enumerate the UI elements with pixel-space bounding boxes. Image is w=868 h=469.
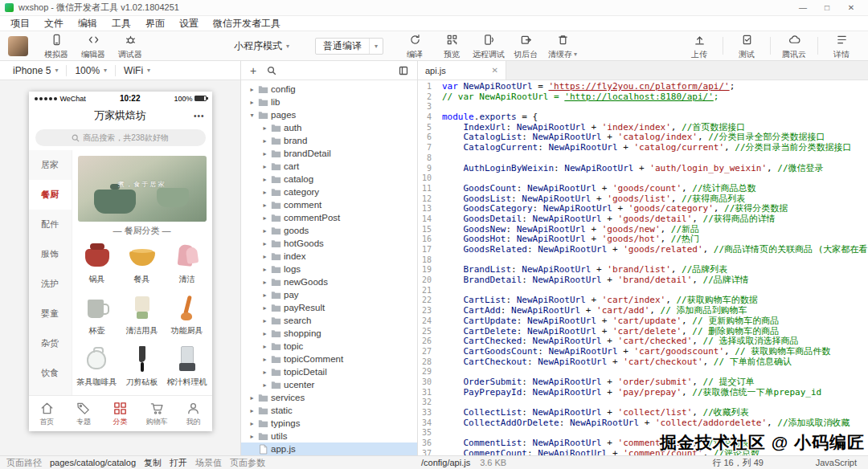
- tree-folder-auth[interactable]: ▸auth: [241, 121, 417, 134]
- product-item[interactable]: 清洁: [165, 239, 210, 285]
- tree-folder-brand[interactable]: ▸brand: [241, 134, 417, 147]
- add-file-icon[interactable]: +: [250, 65, 256, 76]
- tencent-cloud-button[interactable]: 腾讯云: [776, 34, 813, 59]
- code-line[interactable]: 34 CollectAddOrDelete: NewApiRootUrl + '…: [418, 418, 868, 429]
- code-line[interactable]: 20 BrandDetail: NewApiRootUrl + 'brand/d…: [418, 275, 868, 286]
- tree-folder-commentPost[interactable]: ▸commentPost: [241, 211, 417, 224]
- tree-folder-index[interactable]: ▸index: [241, 250, 417, 263]
- tree-folder-comment[interactable]: ▸comment: [241, 198, 417, 211]
- more-menu-icon[interactable]: •••: [194, 112, 205, 120]
- network-select[interactable]: WiFi▾: [117, 65, 157, 76]
- tab-category[interactable]: 分类: [102, 396, 139, 431]
- page-params-button[interactable]: 页面参数: [230, 457, 265, 469]
- zoom-select[interactable]: 100%▾: [68, 65, 113, 76]
- category-item-居家[interactable]: 居家: [29, 150, 72, 180]
- code-line[interactable]: 17 GoodsRelated: NewApiRootUrl + 'goods/…: [418, 245, 868, 255]
- maximize-button[interactable]: □: [815, 3, 839, 12]
- tree-folder-services[interactable]: ▸services: [241, 391, 417, 404]
- product-item[interactable]: 杯壶: [75, 291, 120, 336]
- code-editor[interactable]: 1var NewApiRootUrl = 'https://fly2you.cn…: [418, 80, 868, 455]
- tree-folder-catalog[interactable]: ▸catalog: [241, 173, 417, 186]
- category-item-洗护[interactable]: 洗护: [29, 269, 72, 299]
- tree-folder-category[interactable]: ▸category: [241, 186, 417, 198]
- simulator-toggle-button[interactable]: 模拟器: [38, 34, 75, 59]
- product-item[interactable]: 功能厨具: [165, 291, 210, 336]
- switch-background-button[interactable]: 切后台: [507, 34, 544, 59]
- tree-folder-topicComment[interactable]: ▸topicComment: [241, 353, 417, 365]
- tab-home[interactable]: 首页: [29, 396, 66, 431]
- category-item-杂货[interactable]: 杂货: [29, 328, 72, 358]
- product-item[interactable]: 清洁用具: [120, 291, 165, 336]
- search-input[interactable]: 商品搜索，共238款好物: [35, 129, 206, 146]
- product-item[interactable]: 锅具: [75, 239, 120, 285]
- detail-button[interactable]: 详情: [823, 34, 860, 59]
- category-item-饮食[interactable]: 饮食: [29, 358, 72, 388]
- product-item[interactable]: 茶具咖啡具: [75, 342, 120, 388]
- remote-debug-button[interactable]: 远程调试: [470, 34, 507, 59]
- product-item[interactable]: 榨汁料理机: [165, 342, 210, 388]
- copy-path-button[interactable]: 复制: [144, 457, 162, 469]
- close-button[interactable]: ✕: [839, 3, 863, 12]
- tab-profile[interactable]: 我的: [175, 396, 212, 431]
- menu-item-编辑[interactable]: 编辑: [71, 17, 104, 31]
- category-item-服饰[interactable]: 服饰: [29, 239, 72, 269]
- category-item-餐厨[interactable]: 餐厨: [29, 180, 72, 210]
- tree-folder-logs[interactable]: ▸logs: [241, 263, 417, 275]
- menu-item-项目[interactable]: 项目: [3, 17, 37, 31]
- upload-button[interactable]: 上传: [681, 34, 718, 59]
- tree-folder-cart[interactable]: ▸cart: [241, 160, 417, 173]
- tree-folder-newGoods[interactable]: ▸newGoods: [241, 275, 417, 288]
- tree-file-app.js[interactable]: app.js: [241, 442, 417, 455]
- compile-button[interactable]: 编译: [396, 34, 433, 59]
- close-tab-icon[interactable]: ✕: [492, 66, 498, 75]
- menu-item-工具[interactable]: 工具: [104, 17, 138, 31]
- category-banner-image[interactable]: 煮，食于居家: [78, 156, 207, 222]
- compile-mode-select[interactable]: 普通编译 ▾: [315, 38, 383, 55]
- product-item[interactable]: 餐具: [120, 239, 165, 285]
- menu-item-文件[interactable]: 文件: [37, 17, 71, 31]
- tab-api-js[interactable]: api.js ✕: [418, 61, 506, 80]
- tree-folder-search[interactable]: ▸search: [241, 314, 417, 327]
- open-path-button[interactable]: 打开: [170, 457, 187, 469]
- cursor-position[interactable]: 行 16，列 49: [712, 456, 764, 469]
- collapse-files-icon[interactable]: [399, 66, 408, 75]
- category-item-配件[interactable]: 配件: [29, 210, 72, 239]
- tree-folder-goods[interactable]: ▸goods: [241, 224, 417, 237]
- preview-button[interactable]: 预览: [433, 34, 470, 59]
- code-line[interactable]: 7 CatalogCurrent: NewApiRootUrl + 'catal…: [418, 143, 868, 153]
- tree-folder-shopping[interactable]: ▸shopping: [241, 327, 417, 340]
- tab-cart[interactable]: 购物车: [138, 396, 175, 431]
- category-item-婴童[interactable]: 婴童: [29, 299, 72, 328]
- debugger-toggle-button[interactable]: 调试器: [112, 34, 149, 59]
- minimize-button[interactable]: —: [791, 3, 815, 12]
- code-line[interactable]: 2// var NewApiRootUrl = 'http://localhos…: [418, 92, 868, 103]
- tree-folder-hotGoods[interactable]: ▸hotGoods: [241, 237, 417, 250]
- tree-folder-payResult[interactable]: ▸payResult: [241, 301, 417, 314]
- tree-folder-config[interactable]: ▸config: [241, 83, 417, 96]
- editor-toggle-button[interactable]: 编辑器: [75, 34, 112, 59]
- chevron-down-icon[interactable]: ▾: [369, 39, 383, 54]
- scene-value-button[interactable]: 场景值: [195, 457, 222, 469]
- tree-folder-brandDetail[interactable]: ▸brandDetail: [241, 147, 417, 160]
- code-line[interactable]: 28 CartCheckout: NewApiRootUrl + 'cart/c…: [418, 357, 868, 368]
- menu-item-微信开发者工具[interactable]: 微信开发者工具: [206, 17, 288, 31]
- menu-item-设置[interactable]: 设置: [172, 17, 206, 31]
- tab-topic[interactable]: 专题: [65, 396, 102, 431]
- device-select[interactable]: iPhone 5▾: [6, 65, 64, 76]
- tree-folder-topicDetail[interactable]: ▸topicDetail: [241, 365, 417, 378]
- tree-folder-lib[interactable]: ▸lib: [241, 96, 417, 108]
- tree-folder-ucenter[interactable]: ▸ucenter: [241, 378, 417, 391]
- clear-cache-button[interactable]: 清缓存▾: [544, 34, 581, 59]
- language-mode[interactable]: JavaScript: [816, 456, 857, 469]
- menu-item-界面[interactable]: 界面: [138, 17, 172, 31]
- code-line[interactable]: 9 AuthLoginByWeixin: NewApiRootUrl + 'au…: [418, 164, 868, 174]
- tree-folder-pages[interactable]: ▾pages: [241, 108, 417, 121]
- test-button[interactable]: 测试: [728, 34, 765, 59]
- code-line[interactable]: 31 PayPrepayId: NewApiRootUrl + 'pay/pre…: [418, 388, 868, 398]
- tree-folder-topic[interactable]: ▸topic: [241, 340, 417, 353]
- search-icon[interactable]: [267, 66, 276, 75]
- tree-folder-typings[interactable]: ▸typings: [241, 417, 417, 430]
- tree-folder-utils[interactable]: ▸utils: [241, 430, 417, 442]
- tree-folder-static[interactable]: ▸static: [241, 404, 417, 417]
- product-item[interactable]: 刀剪砧板: [120, 342, 165, 388]
